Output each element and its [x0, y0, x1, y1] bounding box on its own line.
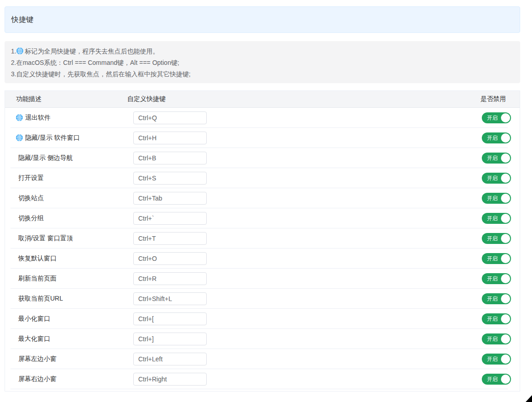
toggle-knob: [501, 314, 510, 323]
disable-toggle[interactable]: 开启: [482, 112, 511, 123]
shortcuts-panel-title: 快捷键: [5, 6, 520, 33]
column-header-function: 功能描述: [16, 95, 127, 103]
toggle-knob: [501, 194, 510, 203]
globe-icon: [16, 48, 23, 54]
row-shortcut-cell: [133, 232, 482, 245]
toggle-knob: [501, 174, 510, 183]
note-line: 3.自定义快捷键时，先获取焦点，然后在输入框中按其它快捷键;: [11, 69, 514, 80]
toggle-knob: [501, 234, 510, 243]
row-function-label: 屏幕右边小窗: [16, 375, 133, 383]
table-row: 切换站点 开启: [5, 188, 520, 208]
shortcut-input[interactable]: [133, 192, 207, 205]
row-label-text: 最小化窗口: [18, 315, 50, 323]
row-label-text: 隐藏/显示 侧边导航: [18, 154, 73, 162]
row-shortcut-cell: [133, 152, 482, 164]
disable-toggle[interactable]: 开启: [482, 354, 511, 365]
disable-toggle[interactable]: 开启: [482, 273, 511, 284]
row-shortcut-cell: [133, 272, 482, 285]
row-label-text: 恢复默认窗口: [18, 254, 57, 263]
row-shortcut-cell: [133, 252, 482, 265]
toggle-on-label: 开启: [487, 193, 498, 204]
disable-toggle[interactable]: 开启: [482, 253, 511, 264]
shortcut-input[interactable]: [133, 232, 207, 245]
row-label-text: 屏幕左边小窗: [18, 355, 57, 363]
shortcut-input[interactable]: [133, 111, 207, 124]
toggle-knob: [501, 214, 510, 223]
row-function-label: 隐藏/显示 软件窗口: [16, 134, 133, 142]
disable-toggle[interactable]: 开启: [482, 213, 511, 224]
shortcut-input[interactable]: [133, 212, 207, 225]
table-row: 隐藏/显示 软件窗口 开启: [5, 128, 520, 148]
shortcut-input[interactable]: [133, 333, 207, 345]
note-text: 在macOS系统：Ctrl === Command键，Alt === Optio…: [16, 59, 179, 66]
shortcut-input[interactable]: [133, 252, 207, 265]
table-row: 最小化窗口 开启: [5, 309, 520, 329]
row-shortcut-cell: [133, 192, 482, 205]
disable-toggle[interactable]: 开启: [482, 333, 511, 344]
row-function-label: 切换分组: [16, 214, 133, 222]
row-function-label: 最小化窗口: [16, 315, 133, 323]
disable-toggle[interactable]: 开启: [482, 233, 511, 244]
toggle-on-label: 开启: [487, 173, 498, 184]
row-function-label: 获取当前页URL: [16, 295, 133, 303]
toggle-knob: [501, 153, 510, 163]
row-function-label: 打开设置: [16, 174, 133, 182]
shortcuts-notes-panel: 1. 标记为全局快捷键，程序失去焦点后也能使用。2.在macOS系统：Ctrl …: [5, 41, 520, 83]
table-row: 退出软件 开启: [5, 108, 520, 128]
disable-toggle[interactable]: 开启: [482, 313, 511, 324]
note-line: 2.在macOS系统：Ctrl === Command键，Alt === Opt…: [11, 57, 514, 69]
shortcut-input[interactable]: [133, 272, 207, 285]
toggle-on-label: 开启: [487, 233, 498, 244]
disable-toggle[interactable]: 开启: [482, 293, 511, 304]
disable-toggle[interactable]: 开启: [482, 374, 511, 385]
disable-toggle[interactable]: 开启: [482, 132, 511, 143]
row-shortcut-cell: [133, 333, 482, 345]
row-shortcut-cell: [133, 212, 482, 225]
shortcut-input[interactable]: [133, 172, 207, 185]
shortcut-input[interactable]: [133, 353, 207, 365]
table-row: 获取当前页URL 开启: [5, 289, 520, 309]
row-shortcut-cell: [133, 353, 482, 365]
shortcut-input[interactable]: [133, 292, 207, 305]
toggle-on-label: 开启: [487, 354, 498, 365]
row-function-label: 取消/设置 窗口置顶: [16, 234, 133, 243]
disable-toggle[interactable]: 开启: [482, 153, 511, 164]
row-label-text: 切换站点: [18, 194, 44, 202]
row-function-label: 切换站点: [16, 194, 133, 202]
table-row: 刷新当前页面 开启: [5, 269, 520, 289]
table-row: 屏幕右边小窗 开启: [5, 369, 520, 389]
table-row: 屏幕左边小窗 开启: [5, 349, 520, 369]
row-label-text: 屏幕右边小窗: [18, 375, 57, 383]
shortcut-input[interactable]: [133, 312, 207, 325]
row-label-text: 获取当前页URL: [18, 295, 63, 303]
row-function-label: 隐藏/显示 侧边导航: [16, 154, 133, 162]
table-row: 取消/设置 窗口置顶 开启: [5, 228, 520, 249]
toggle-knob: [501, 274, 510, 283]
shortcuts-table: 功能描述 自定义快捷键 是否禁用 退出软件 开启: [5, 90, 520, 391]
row-function-label: 屏幕左边小窗: [16, 355, 133, 363]
note-line: 1. 标记为全局快捷键，程序失去焦点后也能使用。: [11, 46, 514, 57]
disable-toggle[interactable]: 开启: [482, 193, 511, 204]
row-function-label: 刷新当前页面: [16, 275, 133, 283]
toggle-knob: [501, 354, 510, 364]
note-text: 自定义快捷键时，先获取焦点，然后在输入框中按其它快捷键;: [16, 70, 191, 78]
shortcut-input[interactable]: [133, 152, 207, 164]
toggle-on-label: 开启: [487, 213, 498, 224]
row-shortcut-cell: [133, 172, 482, 185]
table-row: 恢复默认窗口 开启: [5, 249, 520, 269]
toggle-knob: [501, 334, 510, 344]
globe-icon: [16, 134, 23, 141]
table-row: 隐藏/显示 侧边导航 开启: [5, 148, 520, 168]
toggle-knob: [501, 113, 510, 122]
shortcut-input[interactable]: [133, 373, 207, 386]
note-number: 1.: [11, 48, 16, 55]
table-header-row: 功能描述 自定义快捷键 是否禁用: [5, 91, 520, 108]
disable-toggle[interactable]: 开启: [482, 173, 511, 184]
row-label-text: 取消/设置 窗口置顶: [18, 234, 73, 243]
page-title: 快捷键: [11, 15, 33, 25]
row-label-text: 最大化窗口: [18, 335, 50, 343]
shortcut-input[interactable]: [133, 132, 207, 144]
column-header-disabled: 是否禁用: [480, 95, 506, 103]
row-shortcut-cell: [133, 312, 482, 325]
toggle-on-label: 开启: [487, 273, 498, 284]
